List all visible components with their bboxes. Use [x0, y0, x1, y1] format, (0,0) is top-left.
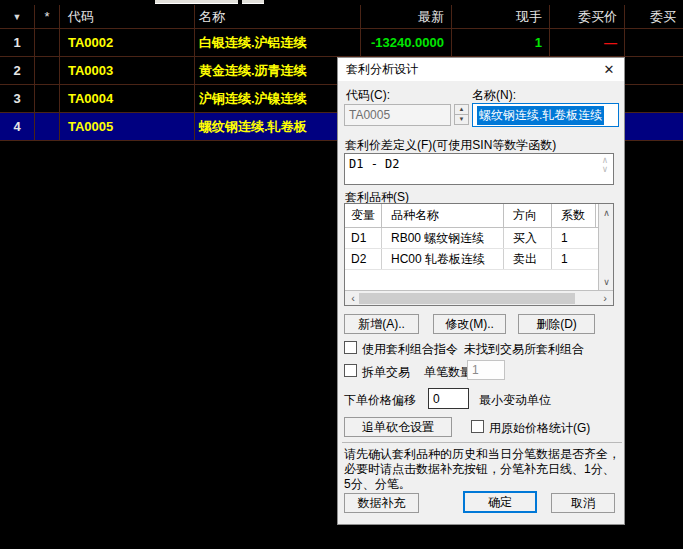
add-button[interactable]: 新增(A)..: [344, 314, 419, 334]
species-table-header: 变量 品种名称 方向 系数: [345, 204, 613, 228]
row-number: 3: [0, 85, 35, 112]
use-combo-label: 使用套利组合指令: [362, 341, 458, 358]
name-input-selected-text: 螺纹钢连续.轧卷板连续: [477, 106, 604, 125]
species-coef: 1: [552, 249, 596, 269]
row-star: [35, 113, 60, 140]
species-direction: 卖出: [504, 249, 552, 269]
cancel-button[interactable]: 取消: [551, 493, 615, 513]
scroll-left-icon[interactable]: ‹: [346, 292, 360, 305]
cell-bid-price: —: [550, 29, 625, 56]
species-header-name: 品种名称: [382, 204, 504, 227]
use-combo-note: 未找到交易所套利组合: [464, 341, 584, 358]
name-label: 名称(N):: [472, 87, 516, 104]
split-order-checkbox[interactable]: [344, 364, 357, 377]
formula-value: D1 - D2: [349, 157, 400, 171]
code-label: 代码(C):: [346, 87, 390, 104]
species-name: RB00 螺纹钢连续: [382, 228, 504, 248]
cell-last: -13240.0000: [361, 29, 452, 56]
raw-price-checkbox[interactable]: [471, 420, 484, 433]
qty-input[interactable]: 1: [467, 360, 505, 380]
scrollbar-thumb[interactable]: [359, 293, 575, 304]
row-number: 4: [0, 113, 35, 140]
filter-dropdown[interactable]: ▼: [0, 5, 35, 28]
dialog-title: 套利分析设计: [346, 61, 418, 78]
header-code[interactable]: 代码: [60, 5, 195, 28]
formula-textarea[interactable]: D1 - D2 ∧ ∨: [344, 153, 614, 185]
species-header-direction: 方向: [504, 204, 552, 227]
species-row[interactable]: D2 HC00 轧卷板连续 卖出 1: [345, 249, 613, 270]
textarea-scrollbar[interactable]: ∧ ∨: [599, 156, 611, 174]
offset-input[interactable]: 0: [428, 388, 469, 409]
species-table: 变量 品种名称 方向 系数 D1 RB00 螺纹钢连续 买入 1 D2 HC00…: [344, 203, 614, 306]
horizontal-scrollbar[interactable]: ‹ ›: [345, 290, 613, 305]
delete-button[interactable]: 删除(D): [518, 314, 595, 334]
species-var: D1: [345, 228, 382, 248]
use-combo-checkbox[interactable]: [344, 341, 357, 354]
cell-bid: [625, 29, 683, 56]
raw-price-label: 用原始价格统计(G): [489, 420, 590, 437]
cell-bid: [625, 57, 683, 84]
split-order-label: 拆单交易: [362, 364, 410, 381]
row-star: [35, 57, 60, 84]
scroll-down-icon[interactable]: ∨: [599, 277, 614, 287]
header-bid-price[interactable]: 委买价: [550, 5, 625, 28]
data-note: 请先确认套利品种的历史和当日分笔数据是否齐全，必要时请点击数据补充按钮，分笔补充…: [344, 447, 621, 492]
species-name: HC00 轧卷板连续: [382, 249, 504, 269]
tab-fragment[interactable]: [155, 0, 238, 4]
row-number: 1: [0, 29, 35, 56]
species-row[interactable]: D1 RB00 螺纹钢连续 买入 1: [345, 228, 613, 249]
close-icon[interactable]: ✕: [600, 61, 618, 78]
filter-arrow-icon: ▼: [13, 12, 22, 22]
row-number: 2: [0, 57, 35, 84]
arbitrage-design-dialog: 套利分析设计 ✕ 代码(C): 名称(N): TA0005 ▲ ▼ 螺纹钢连续.…: [337, 57, 625, 525]
row-star: [35, 85, 60, 112]
scroll-up-icon[interactable]: ∧: [599, 208, 614, 218]
tab-fragment[interactable]: [242, 0, 264, 4]
cell-volume: 1: [452, 29, 550, 56]
species-header-var: 变量: [345, 204, 382, 227]
divider: [342, 442, 622, 443]
header-bid[interactable]: 委买: [625, 5, 683, 28]
species-var: D2: [345, 249, 382, 269]
modify-button[interactable]: 修改(M)..: [433, 314, 506, 334]
code-spinner: ▲ ▼: [454, 104, 469, 126]
data-fill-button[interactable]: 数据补充: [344, 493, 419, 513]
ok-button[interactable]: 确定: [463, 491, 537, 513]
name-input[interactable]: 螺纹钢连续.轧卷板连续: [472, 103, 619, 127]
species-direction: 买入: [504, 228, 552, 248]
cell-name: 白银连续.沪铝连续: [195, 29, 361, 56]
table-row[interactable]: 1 TA0002 白银连续.沪铝连续 -13240.0000 1 —: [0, 29, 683, 57]
cell-code: TA0003: [60, 57, 195, 84]
offset-unit-label: 最小变动单位: [479, 392, 551, 409]
chase-settings-button[interactable]: 追单砍仓设置: [344, 417, 452, 437]
header-last[interactable]: 最新: [361, 5, 452, 28]
scroll-down-icon[interactable]: ∨: [599, 165, 611, 174]
formula-label: 套利价差定义(F)(可使用SIN等数学函数): [345, 137, 556, 154]
scroll-right-icon[interactable]: ›: [598, 292, 612, 305]
species-header-coef: 系数: [552, 204, 596, 227]
cell-bid: [625, 85, 683, 112]
market-table-header: ▼ * 代码 名称 最新 现手 委买价 委买: [0, 5, 683, 29]
header-volume[interactable]: 现手: [452, 5, 550, 28]
cell-code: TA0005: [60, 113, 195, 140]
cell-code: TA0002: [60, 29, 195, 56]
header-name[interactable]: 名称: [195, 5, 361, 28]
offset-label: 下单价格偏移: [344, 392, 416, 409]
vertical-scrollbar[interactable]: ∧ ∨: [598, 204, 613, 291]
code-input[interactable]: TA0005: [344, 104, 451, 126]
app-window: ▼ * 代码 名称 最新 现手 委买价 委买 1 TA0002 白银连续.沪铝连…: [0, 0, 683, 549]
dialog-titlebar[interactable]: 套利分析设计 ✕: [338, 58, 624, 81]
cell-bid: [625, 113, 683, 140]
row-star: [35, 29, 60, 56]
spin-down-icon[interactable]: ▼: [454, 114, 469, 125]
qty-label: 单笔数量: [424, 364, 472, 381]
header-star[interactable]: *: [35, 5, 60, 28]
cell-code: TA0004: [60, 85, 195, 112]
species-coef: 1: [552, 228, 596, 248]
